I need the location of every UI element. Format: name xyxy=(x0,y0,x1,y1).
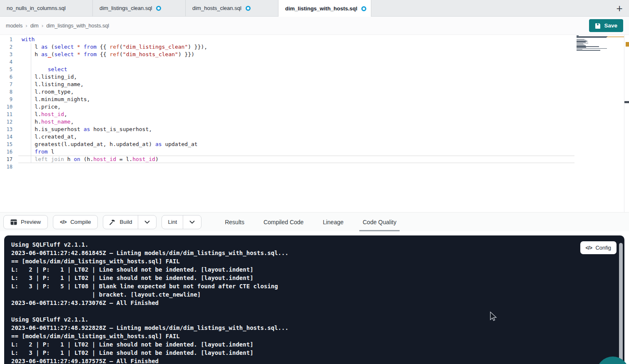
terminal-line: L: 3 | P: 5 | LT08 | Blank line expected… xyxy=(11,282,288,290)
line-number-gutter: 123456789101112131415161718 xyxy=(0,36,12,171)
terminal-log: Using SQLFluff v2.1.1.2023-06-06T11:27:4… xyxy=(11,240,288,364)
line-number: 15 xyxy=(0,141,12,148)
code-line-1: with xyxy=(22,36,207,43)
tab-label: dim_hosts_clean.sql xyxy=(192,5,241,11)
terminal-scrollbar-thumb[interactable] xyxy=(619,243,623,362)
minimap-line xyxy=(577,50,600,51)
line-number: 13 xyxy=(0,126,12,133)
editor-scrollbar[interactable] xyxy=(624,35,629,212)
build-button[interactable]: Build xyxy=(103,215,138,229)
hammer-icon xyxy=(109,219,116,225)
minimap[interactable] xyxy=(577,35,608,52)
tab-label: dim_listings_clean.sql xyxy=(99,5,152,11)
line-number: 5 xyxy=(0,66,12,73)
tab-dim-hosts-clean-sql[interactable]: dim_hosts_clean.sql xyxy=(186,0,278,16)
save-button[interactable]: Save xyxy=(589,19,623,32)
save-icon xyxy=(595,23,601,29)
line-number: 3 xyxy=(0,51,12,58)
code-brackets-icon: </> xyxy=(60,219,67,225)
new-tab-button[interactable]: + xyxy=(610,0,629,16)
preview-label: Preview xyxy=(21,219,41,225)
compile-button[interactable]: </> Compile xyxy=(53,215,98,229)
code-line-14: l.created_at, xyxy=(22,133,207,141)
result-tab-code-quality[interactable]: Code Quality xyxy=(361,213,398,231)
terminal-output-panel[interactable]: Using SQLFluff v2.1.1.2023-06-06T11:27:4… xyxy=(4,235,624,364)
lint-button[interactable]: Lint xyxy=(162,215,183,229)
line-number: 2 xyxy=(0,43,12,51)
modified-dot-icon xyxy=(246,6,251,11)
terminal-line: 2023-06-06T11:27:48.922828Z — Linting mo… xyxy=(11,324,288,332)
config-label: Config xyxy=(595,245,611,251)
lint-split-button: Lint xyxy=(162,215,201,229)
tab-no-nulls-in-columns-sql[interactable]: no_nulls_in_columns.sql xyxy=(0,0,93,16)
code-line-4 xyxy=(22,58,207,66)
terminal-line: Using SQLFluff v2.1.1. xyxy=(11,240,288,249)
build-dropdown-button[interactable] xyxy=(138,215,156,229)
config-button[interactable]: </> Config xyxy=(580,241,617,254)
result-tab-lineage[interactable]: Lineage xyxy=(321,213,345,231)
line-number: 18 xyxy=(0,163,12,171)
code-line-7: l.listing_name, xyxy=(22,81,207,88)
line-number: 16 xyxy=(0,148,12,156)
code-line-13: h.is_superhost as host_is_superhost, xyxy=(22,126,207,133)
preview-button[interactable]: Preview xyxy=(3,215,48,229)
terminal-line: == [models/dim/dim_listings_with_hosts.s… xyxy=(11,257,288,265)
terminal-line: 2023-06-06T11:27:43.173076Z — All Finish… xyxy=(11,299,288,307)
tab-dim-listings-clean-sql[interactable]: dim_listings_clean.sql xyxy=(93,0,186,16)
line-number: 4 xyxy=(0,58,12,66)
result-tabs: ResultsCompiled CodeLineageCode Quality xyxy=(223,213,398,231)
tab-label: dim_listings_with_hosts.sql xyxy=(285,5,357,12)
breadcrumb-segment-dim[interactable]: dim xyxy=(30,23,39,29)
modified-dot-icon xyxy=(156,6,161,11)
preview-grid-icon xyxy=(10,219,17,225)
line-number: 11 xyxy=(0,111,12,118)
breadcrumb-bar: models›dim›dim_listings_with_hosts.sql S… xyxy=(0,17,629,35)
terminal-line xyxy=(11,307,288,315)
terminal-line: | bracket. [layout.cte_newline] xyxy=(11,290,288,299)
line-number: 10 xyxy=(0,103,12,111)
chevron-down-icon xyxy=(189,220,195,224)
code-brackets-icon: </> xyxy=(586,245,592,251)
line-number: 1 xyxy=(0,36,12,43)
code-line-11: l.host_id, xyxy=(22,111,207,118)
line-number: 9 xyxy=(0,96,12,103)
action-bar: Preview </> Compile Build xyxy=(0,212,629,231)
code-line-17: left join h on (h.host_id = l.host_id) xyxy=(22,156,207,163)
chevron-down-icon xyxy=(144,220,150,224)
build-label: Build xyxy=(119,219,132,225)
code-line-2: l as (select * from {{ ref("dim_listings… xyxy=(22,43,207,51)
code-editor[interactable]: 123456789101112131415161718 with l as (s… xyxy=(0,35,629,212)
result-tab-results[interactable]: Results xyxy=(223,213,246,231)
code-content: with l as (select * from {{ ref("dim_lis… xyxy=(22,36,207,171)
line-number: 12 xyxy=(0,118,12,126)
code-line-10: l.price, xyxy=(22,103,207,111)
line-number: 6 xyxy=(0,73,12,81)
modified-dot-icon xyxy=(361,6,366,11)
save-label: Save xyxy=(604,22,617,29)
line-number: 7 xyxy=(0,81,12,88)
line-number: 14 xyxy=(0,133,12,141)
lint-dropdown-button[interactable] xyxy=(183,215,201,229)
compile-label: Compile xyxy=(70,219,91,225)
breadcrumb-separator-icon: › xyxy=(42,22,43,29)
code-line-15: greatest(l.updated_at, h.updated_at) as … xyxy=(22,141,207,148)
code-line-9: l.minimum_nights, xyxy=(22,96,207,103)
code-line-18 xyxy=(22,163,207,171)
breadcrumb-segment-models[interactable]: models xyxy=(6,23,22,29)
terminal-line: L: 2 | P: 1 | LT02 | Line should not be … xyxy=(11,265,288,274)
breadcrumb-segment-dim-listings-with-hosts-sql[interactable]: dim_listings_with_hosts.sql xyxy=(46,23,109,29)
code-line-6: l.listing_id, xyxy=(22,73,207,81)
code-line-16: from l xyxy=(22,148,207,156)
scroll-position-marker xyxy=(624,101,629,103)
terminal-line: Using SQLFluff v2.1.1. xyxy=(11,315,288,324)
tab-dim-listings-with-hosts-sql[interactable]: dim_listings_with_hosts.sql xyxy=(278,0,371,17)
terminal-line: L: 3 | P: 1 | LT02 | Line should not be … xyxy=(11,349,288,357)
code-line-5: select xyxy=(22,66,207,73)
code-line-3: h as (select * from {{ ref("dim_hosts_cl… xyxy=(22,51,207,58)
code-line-8: l.room_type, xyxy=(22,88,207,96)
terminal-line: L: 2 | P: 1 | LT02 | Line should not be … xyxy=(11,340,288,349)
terminal-line: 2023-06-06T11:27:42.861845Z — Linting mo… xyxy=(11,249,288,257)
dbt-ide-window: no_nulls_in_columns.sqldim_listings_clea… xyxy=(0,0,629,364)
tab-strip: no_nulls_in_columns.sqldim_listings_clea… xyxy=(0,0,371,16)
result-tab-compiled-code[interactable]: Compiled Code xyxy=(262,213,306,231)
